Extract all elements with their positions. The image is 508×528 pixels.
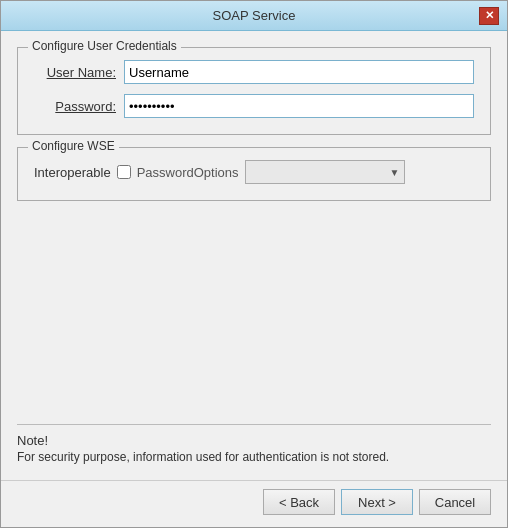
password-input[interactable]: [124, 94, 474, 118]
spacer: [17, 213, 491, 412]
interoperable-label: Interoperable: [34, 165, 111, 180]
close-button[interactable]: ✕: [479, 7, 499, 25]
wse-group: Configure WSE Interoperable PasswordOpti…: [17, 147, 491, 201]
dropdown-arrow-icon: ▼: [390, 167, 400, 178]
wse-row: Interoperable PasswordOptions ▼: [34, 160, 474, 184]
username-label: User Name:: [34, 65, 124, 80]
interoperable-checkbox[interactable]: [117, 165, 131, 179]
note-section: Note! For security purpose, information …: [17, 424, 491, 464]
dialog-title: SOAP Service: [29, 8, 479, 23]
credentials-group: Configure User Credentials User Name: Pa…: [17, 47, 491, 135]
username-input[interactable]: [124, 60, 474, 84]
next-button[interactable]: Next >: [341, 489, 413, 515]
soap-service-dialog: SOAP Service ✕ Configure User Credential…: [0, 0, 508, 528]
button-bar: < Back Next > Cancel: [1, 480, 507, 527]
password-label: Password:: [34, 99, 124, 114]
wse-group-label: Configure WSE: [28, 139, 119, 153]
credentials-group-label: Configure User Credentials: [28, 39, 181, 53]
password-options-dropdown[interactable]: ▼: [245, 160, 405, 184]
cancel-button[interactable]: Cancel: [419, 489, 491, 515]
note-text: For security purpose, information used f…: [17, 450, 491, 464]
password-row: Password:: [34, 94, 474, 118]
title-bar: SOAP Service ✕: [1, 1, 507, 31]
password-options-label: PasswordOptions: [137, 165, 239, 180]
window-body: Configure User Credentials User Name: Pa…: [1, 31, 507, 480]
username-row: User Name:: [34, 60, 474, 84]
back-button[interactable]: < Back: [263, 489, 335, 515]
note-title: Note!: [17, 433, 491, 448]
